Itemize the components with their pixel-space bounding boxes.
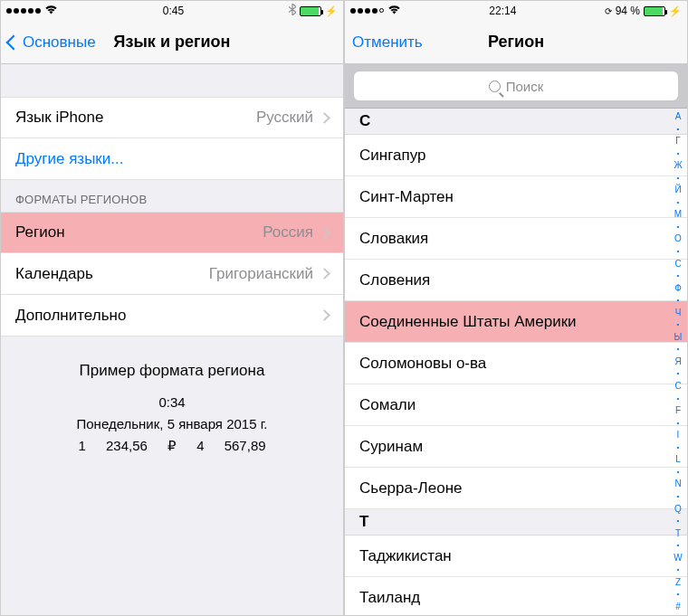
region-row[interactable]: Соединенные Штаты Америки (345, 301, 687, 343)
example-num2: 4 567,89 (196, 438, 265, 453)
chevron-right-icon (319, 309, 330, 321)
chevron-right-icon (319, 112, 330, 124)
back-label: Основные (23, 33, 96, 52)
row-iphone-language[interactable]: Язык iPhone Русский (1, 97, 343, 138)
index-letter[interactable]: I (671, 431, 685, 440)
orientation-lock-icon: ⟳ (605, 6, 612, 16)
row-label: Регион (15, 223, 263, 242)
phone-right: 22:14 ⟳ 94 % ⚡ Отменить Регион Поиск ССи… (344, 0, 688, 616)
index-letter[interactable]: Ф (671, 284, 685, 293)
phone-left: 0:45 ⚡ Основные Язык и регион Язык iPhon… (0, 0, 344, 616)
search-placeholder: Поиск (506, 79, 544, 94)
region-row[interactable]: Таджикистан (345, 535, 687, 577)
region-row[interactable]: Сьерра-Леоне (345, 468, 687, 509)
battery-icon (300, 6, 321, 16)
signal-dots (350, 8, 384, 14)
index-dot: • (671, 566, 685, 573)
battery-icon (644, 6, 665, 16)
index-dot: • (671, 591, 685, 598)
signal-dots (6, 8, 41, 14)
row-label: Календарь (15, 265, 209, 283)
section-header-region-formats: ФОРМАТЫ РЕГИОНОВ (1, 180, 343, 212)
battery-percent: 94 % (616, 5, 640, 17)
index-letter[interactable]: Ы (671, 333, 685, 342)
index-letter[interactable]: # (671, 602, 685, 611)
search-bar: Поиск (345, 64, 687, 109)
index-letter[interactable]: C (671, 382, 685, 391)
index-dot: • (671, 542, 685, 549)
index-dot: • (671, 469, 685, 476)
row-other-languages[interactable]: Другие языки... (1, 138, 343, 180)
back-button[interactable]: Основные (8, 33, 96, 52)
index-dot: • (671, 272, 685, 280)
example-num1: 1 234,56 ₽ (78, 438, 177, 453)
index-letter[interactable]: F (671, 406, 685, 415)
index-letter[interactable]: Ж (671, 161, 685, 170)
index-letter[interactable]: Г (671, 137, 685, 146)
section-index-header: С (345, 109, 687, 135)
row-advanced[interactable]: Дополнительно (1, 295, 343, 336)
index-dot: • (671, 420, 685, 427)
example-date: Понедельник, 5 января 2015 г. (15, 413, 329, 435)
region-row[interactable]: Суринам (345, 426, 687, 468)
index-dot: • (671, 517, 685, 525)
index-letter[interactable]: С (671, 260, 685, 269)
index-dot: • (671, 370, 685, 377)
row-value: Григорианский (209, 265, 313, 283)
index-letter[interactable]: Й (671, 185, 685, 194)
index-letter[interactable]: О (671, 234, 685, 243)
row-calendar[interactable]: Календарь Григорианский (1, 253, 343, 295)
row-label: Язык iPhone (15, 109, 256, 127)
region-row[interactable]: Сингапур (345, 135, 687, 176)
index-letter[interactable]: А (671, 112, 685, 121)
row-region[interactable]: Регион Россия (1, 212, 343, 253)
index-dot: • (671, 248, 685, 255)
region-row[interactable]: Словакия (345, 218, 687, 260)
bluetooth-icon (289, 4, 296, 18)
status-time: 0:45 (163, 5, 184, 17)
chevron-left-icon (6, 34, 22, 50)
section-index-bar[interactable]: А•Г•Ж•Й•М•О•С•Ф•Ч•Ы•Я•C•F•I•L•N•Q•T•W•Z•… (671, 112, 685, 611)
region-row[interactable]: Соломоновы о-ва (345, 343, 687, 384)
search-input[interactable]: Поиск (354, 71, 678, 100)
region-row[interactable]: Словения (345, 260, 687, 301)
index-letter[interactable]: T (671, 529, 685, 538)
index-letter[interactable]: Q (671, 505, 685, 514)
region-format-example: Пример формата региона 0:34 Понедельник,… (1, 336, 343, 479)
index-letter[interactable]: Ч (671, 308, 685, 317)
index-dot: • (671, 150, 685, 157)
status-bar: 0:45 ⚡ (1, 1, 343, 21)
index-letter[interactable]: Z (671, 578, 685, 587)
index-letter[interactable]: Я (671, 357, 685, 366)
index-letter[interactable]: W (671, 554, 685, 563)
section-index-header: Т (345, 509, 687, 535)
index-dot: • (671, 126, 685, 133)
nav-bar: Основные Язык и регион (1, 21, 343, 64)
index-dot: • (671, 199, 685, 206)
region-row[interactable]: Сомали (345, 384, 687, 426)
chevron-right-icon (319, 227, 330, 239)
nav-bar: Отменить Регион (345, 21, 687, 64)
cancel-label: Отменить (352, 33, 423, 51)
cancel-button[interactable]: Отменить (352, 33, 423, 52)
index-letter[interactable]: L (671, 455, 685, 464)
row-label: Дополнительно (15, 307, 320, 325)
row-label: Другие языки... (15, 150, 329, 168)
example-time: 0:34 (15, 392, 329, 413)
row-value: Россия (263, 223, 313, 242)
status-bar: 22:14 ⟳ 94 % ⚡ (345, 1, 687, 21)
region-row[interactable]: Таиланд (345, 577, 687, 615)
row-value: Русский (256, 109, 313, 127)
chevron-right-icon (319, 268, 330, 280)
index-dot: • (671, 444, 685, 451)
index-letter[interactable]: N (671, 479, 685, 488)
index-dot: • (671, 321, 685, 328)
index-dot: • (671, 297, 685, 304)
region-list[interactable]: ССингапурСинт-МартенСловакияСловенияСоед… (345, 109, 687, 615)
charging-icon: ⚡ (325, 5, 338, 17)
search-icon (489, 81, 501, 92)
index-dot: • (671, 175, 685, 182)
index-dot: • (671, 223, 685, 231)
index-letter[interactable]: М (671, 210, 685, 219)
region-row[interactable]: Синт-Мартен (345, 176, 687, 218)
